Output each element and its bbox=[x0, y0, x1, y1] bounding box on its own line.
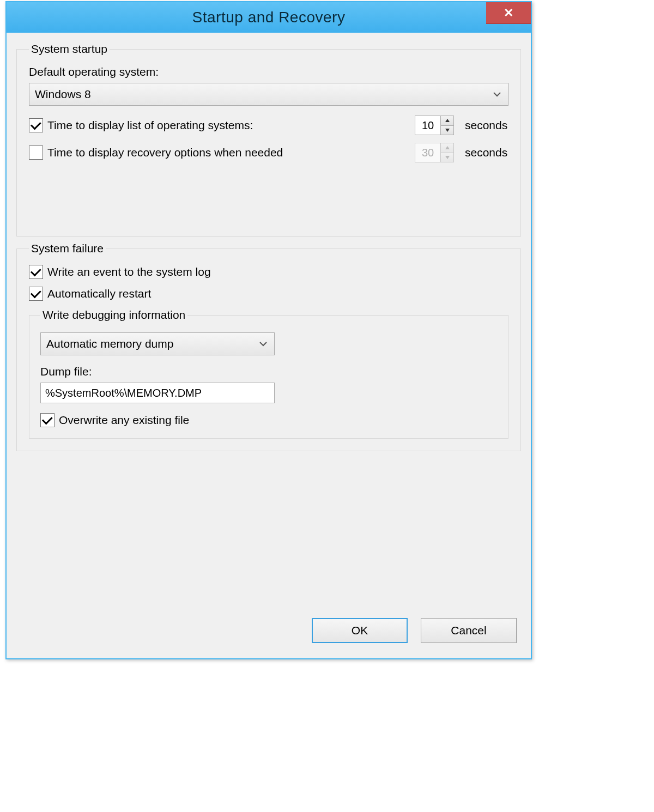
ok-button-label: OK bbox=[352, 624, 368, 637]
default-os-value: Windows 8 bbox=[35, 88, 91, 101]
default-os-select[interactable]: Windows 8 bbox=[29, 83, 508, 106]
dialog-buttons: OK Cancel bbox=[312, 618, 517, 643]
system-failure-legend: System failure bbox=[29, 242, 106, 255]
svg-marker-2 bbox=[445, 146, 450, 149]
spinner-down-icon[interactable] bbox=[441, 153, 453, 162]
chevron-down-icon bbox=[258, 338, 269, 349]
default-os-label: Default operating system: bbox=[29, 65, 508, 78]
auto-restart-checkbox[interactable] bbox=[29, 287, 43, 301]
write-debugging-group: Write debugging information Automatic me… bbox=[29, 308, 508, 439]
spinner-down-icon[interactable] bbox=[441, 125, 453, 135]
svg-marker-1 bbox=[445, 129, 450, 132]
dump-type-select[interactable]: Automatic memory dump bbox=[40, 332, 275, 355]
window-title: Startup and Recovery bbox=[7, 9, 531, 26]
system-failure-group: System failure Write an event to the sys… bbox=[16, 242, 521, 451]
overwrite-checkbox[interactable] bbox=[40, 413, 55, 427]
display-os-list-seconds-spinner[interactable] bbox=[415, 116, 454, 135]
dump-file-label: Dump file: bbox=[40, 365, 497, 378]
dump-file-input[interactable] bbox=[40, 383, 275, 403]
spinner-up-icon[interactable] bbox=[441, 116, 453, 125]
display-os-list-label: Time to display list of operating system… bbox=[47, 119, 253, 132]
ok-button[interactable]: OK bbox=[312, 618, 408, 643]
svg-marker-0 bbox=[445, 119, 450, 122]
display-recovery-checkbox[interactable] bbox=[29, 146, 43, 160]
dump-type-value: Automatic memory dump bbox=[46, 337, 173, 350]
client-area: System startup Default operating system:… bbox=[7, 33, 531, 658]
spinner-up-icon[interactable] bbox=[441, 143, 453, 153]
display-os-list-seconds-input[interactable] bbox=[415, 116, 440, 135]
cancel-button-label: Cancel bbox=[451, 624, 486, 637]
svg-marker-3 bbox=[445, 156, 450, 159]
write-event-checkbox[interactable] bbox=[29, 265, 43, 279]
overwrite-label: Overwrite any existing file bbox=[59, 414, 189, 427]
display-recovery-seconds-input[interactable] bbox=[415, 143, 440, 162]
chevron-down-icon bbox=[492, 89, 502, 100]
write-event-label: Write an event to the system log bbox=[47, 265, 211, 278]
display-recovery-label: Time to display recovery options when ne… bbox=[47, 146, 283, 159]
display-recovery-unit: seconds bbox=[465, 146, 508, 159]
display-recovery-seconds-spinner[interactable] bbox=[415, 143, 454, 162]
display-os-list-checkbox[interactable] bbox=[29, 118, 43, 132]
display-os-list-unit: seconds bbox=[465, 119, 508, 132]
write-debugging-legend: Write debugging information bbox=[40, 308, 187, 322]
auto-restart-label: Automatically restart bbox=[47, 287, 151, 300]
close-icon: ✕ bbox=[504, 6, 513, 20]
close-button[interactable]: ✕ bbox=[486, 2, 531, 24]
system-startup-group: System startup Default operating system:… bbox=[16, 43, 521, 237]
startup-recovery-dialog: Startup and Recovery ✕ System startup De… bbox=[5, 1, 532, 659]
cancel-button[interactable]: Cancel bbox=[421, 618, 517, 643]
titlebar: Startup and Recovery ✕ bbox=[7, 2, 531, 33]
system-startup-legend: System startup bbox=[29, 43, 110, 56]
